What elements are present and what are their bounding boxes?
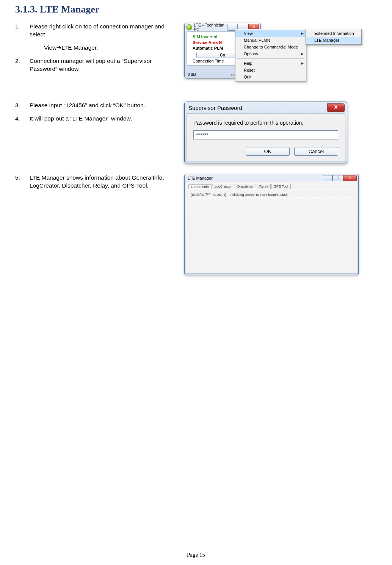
- submenu-extended-info[interactable]: Extended Information: [306, 30, 361, 37]
- menu-commercial-mode[interactable]: Change to Commercial Mode: [235, 44, 306, 50]
- page-number: Page 15: [187, 552, 205, 558]
- section-number: 3.1.3.: [15, 4, 38, 15]
- context-menu: View ▶ Manual PLMN Change to Commercial …: [235, 29, 306, 81]
- menu-manual-plmn[interactable]: Manual PLMN: [235, 37, 306, 44]
- cancel-button[interactable]: Cancel: [294, 147, 338, 156]
- step-4: 4.It will pop out a “LTE Manager” window…: [30, 115, 178, 123]
- submenu-arrow-icon: ▶: [301, 61, 304, 65]
- submenu-arrow-icon: ▶: [301, 31, 304, 35]
- supervisor-password-dialog: Supervisor Password X Password is requir…: [184, 102, 347, 163]
- screenshot-supervisor-password: Supervisor Password X Password is requir…: [184, 102, 347, 163]
- close-button[interactable]: ✕: [343, 175, 357, 181]
- screenshot-connection-manager-menu: LTE - Technician PC – □ ✕ SIM inserted S…: [184, 23, 392, 91]
- page-footer: Page 15: [15, 550, 377, 558]
- step-2-text: Connection manager will pop out a “Super…: [30, 58, 152, 72]
- tab-gpstool[interactable]: GPS Tool: [271, 184, 291, 189]
- menu-reset[interactable]: Reset: [235, 67, 306, 74]
- step-4-text: It will pop out a “LTE Manager” window.: [30, 115, 132, 122]
- submenu-lte-manager[interactable]: LTE Manager: [306, 37, 361, 44]
- tab-relay[interactable]: Relay: [257, 184, 271, 189]
- submenu-arrow-icon: ▶: [301, 52, 304, 56]
- menu-quit[interactable]: Quit: [235, 74, 306, 80]
- step-5-text: LTE Manager shows information about Gene…: [30, 174, 164, 189]
- screenshot-lte-manager: LTE Manager – □ ✕ GeneralInfo LogCreator…: [184, 174, 359, 275]
- maximize-button[interactable]: □: [332, 175, 343, 181]
- step-1-sub: View➔LTE Manager.: [44, 44, 178, 52]
- step-2: 2.Connection manager will pop out a “Sup…: [30, 57, 178, 73]
- ok-button[interactable]: OK: [246, 147, 290, 156]
- menu-separator: [237, 58, 304, 59]
- tab-generalinfo[interactable]: GeneralInfo: [188, 184, 212, 189]
- step-3-text: Please input “123456” and click “OK” but…: [30, 102, 145, 108]
- dialog-prompt: Password is required to perform this ope…: [193, 120, 338, 126]
- dialog-title: Supervisor Password: [188, 105, 242, 111]
- app-icon: [186, 24, 192, 30]
- menu-help[interactable]: Help ▶: [235, 60, 306, 67]
- step-1: 1.Please right click on top of connectio…: [30, 23, 178, 52]
- password-input[interactable]: [193, 130, 338, 139]
- tab-logcreator[interactable]: LogCreator: [212, 184, 234, 189]
- menu-options[interactable]: Options ▶: [235, 50, 306, 57]
- submenu-view: Extended Information LTE Manager: [306, 29, 362, 45]
- step-5: 5.LTE Manager shows information about Ge…: [30, 174, 178, 190]
- tab-dispatcher[interactable]: Dispatcher: [235, 184, 256, 189]
- step-3: 3.Please input “123456” and click “OK” b…: [30, 102, 178, 110]
- section-heading: 3.1.3. LTE Manager: [15, 4, 377, 15]
- step-1-text: Please right click on top of connection …: [30, 23, 165, 38]
- lte-manager-title: LTE Manager: [188, 176, 213, 180]
- tab-strip: GeneralInfo LogCreator Dispatcher Relay …: [186, 182, 357, 189]
- log-entry: [101/9/20 下午 02:26:01] Initializing Devi…: [191, 193, 352, 198]
- section-title-text: LTE Manager: [40, 4, 99, 15]
- lte-manager-window: LTE Manager – □ ✕ GeneralInfo LogCreator…: [184, 174, 359, 275]
- menu-view[interactable]: View ▶: [235, 30, 306, 37]
- signal-db: 0 dB: [188, 72, 196, 77]
- window-title: LTE - Technician PC: [194, 23, 226, 32]
- minimize-button[interactable]: –: [322, 175, 332, 181]
- menu-view-label: View: [244, 31, 253, 36]
- dialog-close-button[interactable]: X: [327, 103, 345, 112]
